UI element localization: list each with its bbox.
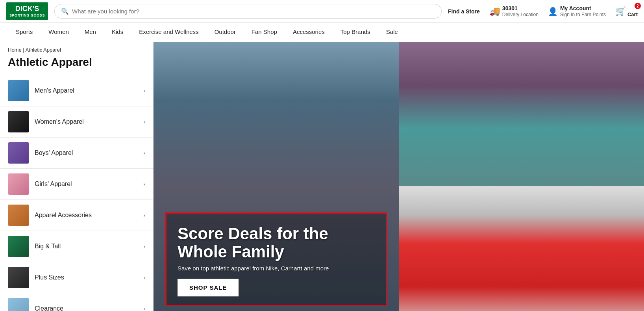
delivery-icon: 🚚 [489, 6, 500, 17]
sidebar-item-clearance[interactable]: Clearance › [0, 293, 153, 311]
sidebar-thumb-mens [8, 80, 29, 101]
sidebar-item-womens-apparel[interactable]: Women's Apparel › [0, 106, 153, 137]
chevron-right-icon: › [143, 181, 145, 187]
hero-fill-woman-run [399, 42, 644, 186]
account-sub: Sign In to Earn Points [560, 12, 606, 18]
promo-overlay: Score Deals for the Whole Family Save on… [165, 212, 387, 306]
sidebar-label-mens: Men's Apparel [35, 87, 138, 94]
delivery-label: Delivery Location [502, 12, 539, 18]
account-name: My Account [560, 5, 606, 12]
sidebar-thumb-clearance [8, 298, 29, 311]
nav-item-sale[interactable]: Sale [378, 23, 406, 42]
nav-item-accessories[interactable]: Accessories [285, 23, 333, 42]
chevron-right-icon: › [143, 119, 145, 125]
cart-section[interactable]: 🛒 2 Cart [615, 5, 638, 17]
sidebar-item-boys-apparel[interactable]: Boys' Apparel › [0, 137, 153, 168]
promo-subtitle: Save on top athletic apparel from Nike, … [178, 265, 375, 272]
sidebar-thumb-plus [8, 267, 29, 288]
chevron-right-icon: › [143, 150, 145, 156]
sidebar-label-plus: Plus Sizes [35, 274, 138, 281]
promo-box: Score Deals for the Whole Family Save on… [165, 212, 387, 306]
nav-item-exercise[interactable]: Exercise and Wellness [131, 23, 206, 42]
nav-item-men[interactable]: Men [77, 23, 104, 42]
header: DICK'S SPORTING GOODS 🔍 Find a Store 🚚 3… [0, 0, 644, 23]
promo-title: Score Deals for the Whole Family [178, 225, 375, 261]
main-content: Home | Athletic Apparel Athletic Apparel… [0, 42, 644, 311]
account-icon: 👤 [548, 7, 558, 16]
nav-item-kids[interactable]: Kids [104, 23, 131, 42]
cart-icon: 🛒 [615, 6, 626, 17]
breadcrumb-home[interactable]: Home [8, 47, 22, 53]
nav-item-women[interactable]: Women [41, 23, 76, 42]
search-input[interactable] [72, 8, 435, 15]
sidebar-item-mens-apparel[interactable]: Men's Apparel › [0, 75, 153, 106]
cart-label: Cart [627, 11, 638, 17]
hero-fill-woman-vest [399, 186, 644, 311]
sidebar: Home | Athletic Apparel Athletic Apparel… [0, 42, 154, 311]
nav-item-outdoor[interactable]: Outdoor [207, 23, 244, 42]
chevron-right-icon: › [143, 243, 145, 250]
chevron-right-icon: › [143, 305, 145, 311]
breadcrumb-current: Athletic Apparel [26, 47, 61, 53]
logo[interactable]: DICK'S SPORTING GOODS [6, 2, 48, 20]
sidebar-item-accessories[interactable]: Apparel Accessories › [0, 199, 153, 231]
nav-item-topbrands[interactable]: Top Brands [333, 23, 378, 42]
hero-image-man: Score Deals for the Whole Family Save on… [154, 42, 399, 311]
sidebar-label-clearance: Clearance [35, 305, 138, 311]
sidebar-item-big-tall[interactable]: Big & Tall › [0, 231, 153, 262]
sidebar-label-bigtall: Big & Tall [35, 243, 138, 250]
chevron-right-icon: › [143, 274, 145, 281]
nav-item-sports[interactable]: Sports [8, 23, 41, 42]
header-actions: Find a Store 🚚 30301 Delivery Location 👤… [448, 5, 638, 18]
page-title: Athletic Apparel [0, 54, 153, 75]
account-section[interactable]: 👤 My Account Sign In to Earn Points [548, 5, 606, 18]
delivery-zip: 30301 [502, 5, 539, 12]
sidebar-item-plus-sizes[interactable]: Plus Sizes › [0, 262, 153, 293]
sidebar-thumb-bigtall [8, 236, 29, 257]
sidebar-item-girls-apparel[interactable]: Girls' Apparel › [0, 168, 153, 199]
sidebar-label-boys: Boys' Apparel [35, 149, 138, 156]
find-store-link[interactable]: Find a Store [448, 8, 480, 15]
sidebar-thumb-womens [8, 111, 29, 132]
nav-bar: Sports Women Men Kids Exercise and Welln… [0, 23, 644, 42]
search-icon: 🔍 [61, 7, 69, 15]
sidebar-label-womens: Women's Apparel [35, 118, 138, 125]
sidebar-label-accessories: Apparel Accessories [35, 212, 138, 219]
search-bar[interactable]: 🔍 [54, 4, 442, 19]
sidebar-thumb-boys [8, 142, 29, 164]
hero-image-woman-run [399, 42, 644, 186]
chevron-right-icon: › [143, 88, 145, 94]
cart-badge: 2 [635, 3, 641, 9]
sidebar-thumb-girls [8, 173, 29, 195]
delivery-location[interactable]: 🚚 30301 Delivery Location [489, 5, 539, 18]
shop-sale-button[interactable]: SHOP SALE [178, 279, 239, 296]
sidebar-thumb-accessories [8, 205, 29, 226]
hero-image-woman-vest [399, 186, 644, 311]
chevron-right-icon: › [143, 212, 145, 218]
nav-item-fanshop[interactable]: Fan Shop [244, 23, 285, 42]
breadcrumb: Home | Athletic Apparel [0, 42, 153, 54]
sidebar-label-girls: Girls' Apparel [35, 181, 138, 188]
hero-area: Score Deals for the Whole Family Save on… [154, 42, 644, 311]
